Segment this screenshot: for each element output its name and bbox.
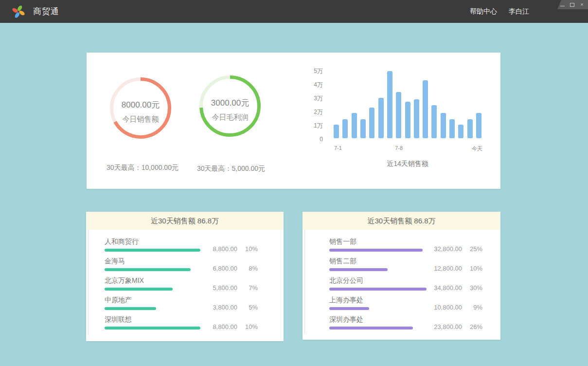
list-item: 北京万象MIX5,800.007% [86,276,284,296]
window-controls: × [557,0,588,9]
maximize-icon [570,3,574,7]
list-item: 中原地产3,800.005% [86,296,284,315]
sales-by-department-card: 近30天销售额 86.8万 销售一部32,800.0025%销售二部12,800… [303,212,500,340]
list-item: 上海办事处10,800.009% [303,296,500,315]
bar [334,125,339,138]
item-progress-bar [329,307,369,310]
list-item: 深圳办事处23,800.0026% [303,315,500,335]
item-numbers: 12,800.0010% [417,265,482,272]
gauge-caption: 今日销售额 [123,115,159,124]
bar [467,119,473,138]
bar [369,108,374,138]
gauge-value: 3000.00元 [211,97,249,109]
item-value: 10,800.00 [417,304,462,311]
item-value: 5,800.00 [193,284,237,292]
item-progress-bar [329,288,427,291]
item-progress-bar [329,327,413,329]
y-axis-tick: 0 [296,135,323,143]
gauge-text: 3000.00元今日毛利润 [196,75,264,144]
profit-30d-high-label: 30天最高：5,000.00元 [175,165,287,173]
bar [352,113,357,138]
item-numbers: 6,800.008% [193,265,258,272]
minimize-icon [560,6,565,6]
bar [458,125,463,138]
bar [441,113,446,138]
close-button[interactable]: × [579,2,585,7]
bar [396,92,401,138]
bar [342,119,348,138]
item-numbers: 32,800.0025% [417,245,482,253]
item-numbers: 34,800.0030% [417,284,482,292]
titlebar-menu: 帮助中心 李白江 [470,0,529,23]
item-percent: 10% [237,245,258,253]
x-axis-tick: 7-8 [395,145,403,151]
item-numbers: 8,800.0010% [193,245,258,253]
minimize-button[interactable] [560,2,565,7]
item-percent: 10% [237,323,258,330]
y-axis-tick: 1万 [296,122,323,129]
item-percent: 26% [462,323,482,330]
user-name-link[interactable]: 李白江 [509,7,529,16]
department-card-title: 近30天销售额 86.8万 [303,212,500,230]
item-numbers: 3,800.005% [193,304,258,311]
bar [378,98,384,138]
bar [423,80,428,138]
item-numbers: 5,800.007% [193,284,258,292]
item-value: 6,800.00 [193,265,237,272]
item-value: 8,800.00 [193,245,237,253]
item-percent: 30% [462,284,482,292]
item-label: 金海马 [105,257,258,265]
item-percent: 10% [462,265,482,272]
bar [431,105,437,138]
item-value: 34,800.00 [417,284,462,292]
bar [387,71,392,138]
bar [414,99,419,138]
item-progress-bar [105,327,200,329]
item-value: 23,800.00 [417,323,462,330]
gauge-caption: 今日毛利润 [212,113,249,122]
app-title: 商贸通 [33,6,59,17]
item-numbers: 8,800.0010% [193,323,258,330]
bar [405,102,410,138]
item-label: 北京分公司 [329,276,482,284]
item-label: 上海办事处 [329,296,482,304]
item-progress-bar [329,268,388,271]
customer-card-title: 近30天销售额 86.8万 [86,212,284,230]
y-axis-tick: 3万 [296,94,323,102]
item-value: 32,800.00 [417,245,462,253]
list-item: 销售一部32,800.0025% [303,238,500,257]
item-numbers: 23,800.0026% [417,323,482,330]
bar [476,113,481,138]
customer-list: 人和商贸行8,800.0010%金海马6,800.008%北京万象MIX5,80… [86,230,284,335]
item-value: 3,800.00 [193,304,237,311]
bar [360,119,366,138]
item-percent: 8% [237,265,258,272]
item-value: 12,800.00 [417,265,462,272]
list-item: 北京分公司34,800.0030% [303,276,500,296]
gauge-value: 8000.00元 [122,99,160,110]
item-progress-bar [105,307,156,310]
bar [449,119,455,138]
x-axis-tick: 今天 [472,145,482,152]
y-axis-tick: 5万 [296,67,323,75]
y-axis-tick: 4万 [296,81,323,89]
item-value: 8,800.00 [193,323,237,330]
help-center-link[interactable]: 帮助中心 [470,7,497,16]
list-item: 销售二部12,800.0010% [303,257,500,276]
y-axis-tick: 2万 [296,108,323,116]
chart-x-axis: 7-17-8今天 [334,145,481,152]
titlebar: 商贸通 帮助中心 李白江 × [0,0,588,23]
item-label: 人和商贸行 [105,238,258,245]
item-label: 深圳办事处 [329,315,482,323]
chart-caption: 近14天销售额 [334,160,481,168]
item-percent: 7% [237,284,258,292]
item-label: 北京万象MIX [105,276,258,284]
item-percent: 5% [237,304,258,311]
department-list: 销售一部32,800.0025%销售二部12,800.0010%北京分公司34,… [303,230,500,335]
maximize-button[interactable] [570,2,575,7]
item-percent: 9% [462,304,482,311]
list-item: 深圳联想8,800.0010% [86,315,284,335]
chart-y-axis: 5万4万3万2万1万0 [296,67,323,150]
gauge-text: 8000.00元今日销售额 [107,77,175,146]
today-summary-card: 8000.00元今日销售额 3000.00元今日毛利润 30天最高：10,000… [87,53,500,189]
